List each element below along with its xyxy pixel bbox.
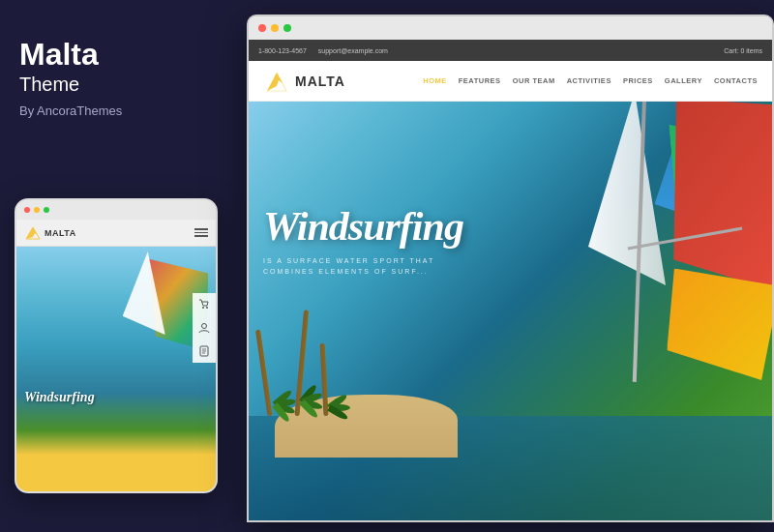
svg-point-1	[202, 307, 204, 309]
mobile-nav-logo: MALTA	[24, 225, 76, 241]
desktop-dot-green	[283, 24, 291, 32]
sail-white	[588, 102, 666, 285]
mobile-dot-green	[44, 207, 49, 213]
menu-line-1	[194, 228, 208, 230]
mobile-dot-red	[24, 207, 30, 213]
mobile-sidebar-icons	[193, 293, 216, 363]
nav-link-activities[interactable]: ACTIVITIES	[567, 76, 611, 85]
email-text: support@example.com	[318, 47, 388, 54]
theme-author: By AncoraThemes	[19, 103, 213, 118]
desktop-nav-links: HOME FEATURES OUR TEAM ACTIVITIES PRICES…	[423, 76, 758, 85]
mobile-top-bar	[16, 200, 216, 220]
hero-text-overlay: Windsurfing IS A SURFACE WATER SPORT THA…	[263, 206, 463, 277]
page-wrapper: Malta Theme By AncoraThemes MALTA	[0, 0, 774, 532]
svg-point-2	[206, 307, 208, 309]
desktop-browser-bar: 1-800-123-4567 support@example.com Cart:…	[249, 40, 772, 61]
mobile-logo-icon	[24, 225, 42, 241]
mobile-menu-icon[interactable]	[194, 228, 208, 237]
mobile-logo-text: MALTA	[45, 228, 76, 238]
desktop-hero: Windsurfing IS A SURFACE WATER SPORT THA…	[249, 102, 772, 520]
nav-link-contacts[interactable]: CONTACTS	[714, 76, 758, 85]
desktop-dot-yellow	[271, 24, 279, 32]
menu-line-3	[194, 235, 208, 237]
phone-text: 1-800-123-4567	[258, 47, 307, 54]
hero-title: Windsurfing	[263, 206, 463, 247]
theme-type: Theme	[19, 74, 213, 96]
mobile-content: Windsurfing	[16, 247, 216, 491]
cart-icon[interactable]	[196, 297, 212, 312]
theme-name: Malta	[19, 39, 213, 70]
menu-line-2	[194, 232, 208, 234]
mobile-browser-bar: MALTA	[16, 220, 216, 247]
svg-point-8	[275, 74, 279, 78]
nav-link-prices[interactable]: PRICES	[623, 76, 653, 85]
mobile-dot-yellow	[34, 207, 40, 213]
hero-subtitle: IS A SURFACE WATER SPORT THAT COMBINES E…	[263, 256, 437, 277]
mobile-hero-title: Windsurfing	[24, 390, 208, 405]
cart-text: Cart: 0 items	[724, 47, 762, 54]
hero-windsurfer	[451, 102, 772, 511]
palm-trunk-1	[255, 329, 272, 416]
mobile-hero-background: Windsurfing	[16, 247, 216, 491]
mobile-mockup: MALTA Windsurfing	[15, 198, 218, 493]
desktop-contact-info: 1-800-123-4567 support@example.com	[258, 47, 388, 54]
svg-point-3	[202, 324, 207, 329]
desktop-top-bar	[249, 16, 772, 40]
svg-point-0	[32, 228, 35, 231]
hero-background: Windsurfing IS A SURFACE WATER SPORT THA…	[249, 102, 772, 520]
nav-link-our-team[interactable]: OUR TEAM	[513, 76, 555, 85]
nav-link-gallery[interactable]: GALLERY	[665, 76, 702, 85]
desktop-mockup: 1-800-123-4567 support@example.com Cart:…	[247, 15, 774, 522]
nav-link-home[interactable]: HOME	[423, 76, 447, 85]
user-icon[interactable]	[196, 320, 212, 336]
nav-link-features[interactable]: FEATURES	[459, 76, 501, 85]
desktop-nav-logo[interactable]: MALTA	[263, 70, 345, 93]
desktop-logo-text: MALTA	[295, 74, 345, 89]
desktop-dot-red	[258, 24, 266, 32]
mobile-hero-overlay: Windsurfing	[24, 390, 208, 405]
desktop-nav: MALTA HOME FEATURES OUR TEAM ACTIVITIES …	[249, 61, 772, 102]
file-icon[interactable]	[196, 343, 212, 359]
desktop-logo-icon	[263, 70, 290, 93]
